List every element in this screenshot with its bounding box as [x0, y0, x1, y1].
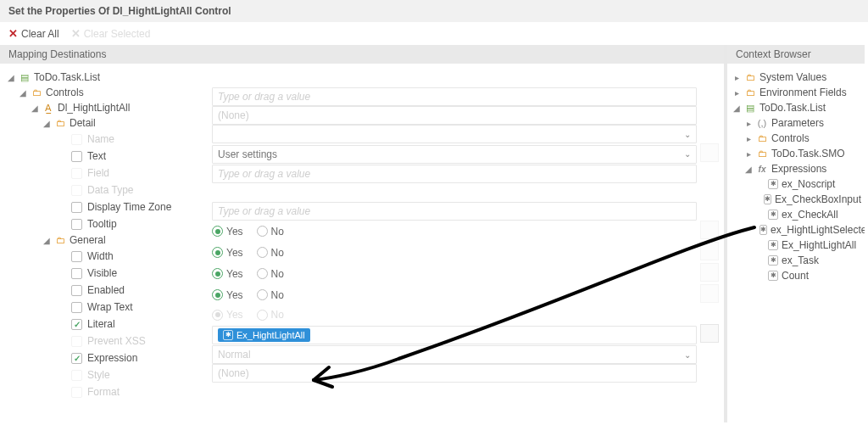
folder-icon: 🗀 [31, 87, 42, 98]
expand-icon[interactable]: ▸ [744, 119, 753, 128]
wrap-radio[interactable]: Yes No [212, 265, 697, 283]
folder-icon: 🗀 [744, 71, 756, 83]
ctx-expr-chkall[interactable]: ✱ex_CheckAll [756, 208, 861, 221]
tree-node-controls[interactable]: ◢ 🗀 Controls [19, 86, 207, 99]
ctx-expr-count[interactable]: ✱Count [756, 269, 861, 282]
prop-style: Style [54, 367, 207, 383]
tree-node-general[interactable]: ◢ 🗀 General [42, 233, 207, 247]
tree-node-control[interactable]: ◢ A̲ Dl_HightLightAll [31, 101, 207, 115]
folder-icon: 🗀 [54, 117, 66, 129]
collapse-icon[interactable]: ◢ [42, 236, 51, 245]
format-value: (None) [212, 364, 697, 383]
ctx-expr-task[interactable]: ✱ex_Task [756, 254, 861, 267]
checkbox[interactable] [71, 251, 82, 262]
prop-dtz[interactable]: Display Time Zone [54, 199, 207, 215]
prop-expression[interactable]: Expression [54, 350, 207, 366]
checkbox [71, 336, 82, 347]
checkbox[interactable] [71, 151, 82, 162]
ctx-env-fields[interactable]: ▸🗀Environment Fields [732, 86, 861, 99]
ctx-parameters[interactable]: ▸(,)Parameters [744, 116, 861, 130]
expression-icon: ✱ [768, 210, 778, 220]
tooltip-input[interactable]: Type or drag a value [212, 165, 697, 183]
checkbox[interactable] [71, 285, 82, 296]
collapse-icon[interactable]: ◢ [7, 73, 15, 82]
checkbox [71, 134, 82, 145]
text-input[interactable]: Type or drag a value [212, 87, 697, 106]
dtz-select[interactable]: User settings⌄ [212, 145, 697, 164]
collapse-icon[interactable]: ◢ [744, 165, 753, 174]
folder-icon: 🗀 [744, 87, 756, 98]
collapse-icon[interactable]: ◢ [42, 119, 51, 128]
checkbox[interactable] [71, 302, 82, 313]
checkbox[interactable] [71, 268, 82, 279]
dialog-title: Set the Properties Of Dl_HightLightAll C… [0, 0, 868, 22]
expression-icon: ✱ [223, 330, 233, 340]
clear-selected-label: Clear Selected [84, 28, 151, 40]
enabled-radio[interactable]: Yes No [212, 243, 697, 262]
checkbox[interactable] [71, 219, 82, 230]
prop-field: Field [54, 165, 207, 181]
width-input[interactable]: Type or drag a value [212, 202, 697, 221]
context-tree: ▸🗀System Values ▸🗀Environment Fields ◢▤T… [727, 64, 865, 422]
expand-icon[interactable]: ▸ [744, 149, 753, 159]
prop-width[interactable]: Width [54, 249, 207, 264]
prop-visible[interactable]: Visible [54, 266, 207, 281]
checkbox[interactable] [71, 202, 82, 213]
expression-icon: ✱ [768, 240, 778, 250]
collapse-icon[interactable]: ◢ [732, 103, 741, 113]
radio-yes[interactable] [212, 268, 223, 279]
clear-all-button[interactable]: ✕ Clear All [8, 27, 59, 40]
checkbox [71, 168, 82, 179]
ctx-expr-noscript[interactable]: ✱ex_Noscript [756, 177, 861, 191]
checkbox[interactable] [71, 319, 82, 330]
expand-icon[interactable]: ▸ [744, 134, 753, 143]
ctx-smo[interactable]: ▸🗀ToDo.Task.SMO [744, 147, 861, 160]
collapse-icon[interactable]: ◢ [19, 88, 27, 98]
prop-prevent: Prevent XSS [54, 333, 207, 349]
prop-literal[interactable]: Literal [54, 316, 207, 332]
prop-wrap[interactable]: Wrap Text [54, 299, 207, 315]
ctx-controls[interactable]: ▸🗀Controls [744, 131, 861, 145]
form-icon: ▤ [744, 102, 756, 114]
tree-node-root[interactable]: ◢ ▤ ToDo.Task.List [7, 70, 207, 84]
literal-radio[interactable]: Yes No [212, 286, 697, 305]
prop-format: Format [54, 384, 207, 400]
ctx-system-values[interactable]: ▸🗀System Values [732, 70, 861, 84]
checkbox[interactable] [71, 353, 82, 364]
chevron-down-icon: ⌄ [684, 350, 691, 360]
prop-text[interactable]: Text [54, 148, 207, 164]
expression-input[interactable]: ✱ Ex_HightLightAll [212, 326, 697, 344]
radio-yes[interactable] [212, 226, 223, 237]
checkbox [71, 370, 82, 381]
radio-yes[interactable] [212, 247, 223, 258]
context-header: Context Browser [727, 45, 865, 64]
ctx-expr-hlall[interactable]: ✱Ex_HightLightAll [756, 238, 861, 252]
prop-name: Name [54, 131, 207, 147]
radio-yes[interactable] [212, 289, 223, 300]
radio-no[interactable] [257, 289, 268, 300]
toolbar: ✕ Clear All ✕ Clear Selected [0, 22, 868, 45]
prop-tooltip[interactable]: Tooltip [54, 216, 207, 232]
ctx-expr-hlsel[interactable]: ✱ex_HightLightSelected [756, 223, 861, 237]
ctx-expressions[interactable]: ◢fxExpressions [744, 162, 861, 176]
radio-no[interactable] [257, 226, 268, 237]
prop-enabled[interactable]: Enabled [54, 282, 207, 298]
expand-icon[interactable]: ▸ [732, 88, 741, 98]
visible-radio[interactable]: Yes No [212, 222, 697, 241]
expand-icon[interactable]: ▸ [732, 73, 741, 82]
form-icon: ▤ [19, 71, 31, 83]
collapse-icon[interactable]: ◢ [31, 103, 39, 113]
folder-icon: 🗀 [54, 234, 66, 246]
ctx-root[interactable]: ◢▤ToDo.Task.List [732, 101, 861, 115]
expression-tag[interactable]: ✱ Ex_HightLightAll [218, 328, 310, 342]
tree-node-detail[interactable]: ◢ 🗀 Detail [42, 116, 207, 130]
x-icon: ✕ [71, 27, 81, 40]
ctx-expr-chkinput[interactable]: ✱Ex_CheckBoxInput [756, 193, 861, 206]
expression-icon: ✱ [768, 179, 778, 189]
fx-button[interactable] [700, 324, 719, 343]
radio-no[interactable] [257, 247, 268, 258]
fx-button [700, 284, 719, 303]
radio-no[interactable] [257, 268, 268, 279]
mapping-tree: ◢ ▤ ToDo.Task.List ◢ 🗀 Controls [0, 64, 210, 422]
checkbox [71, 185, 82, 196]
